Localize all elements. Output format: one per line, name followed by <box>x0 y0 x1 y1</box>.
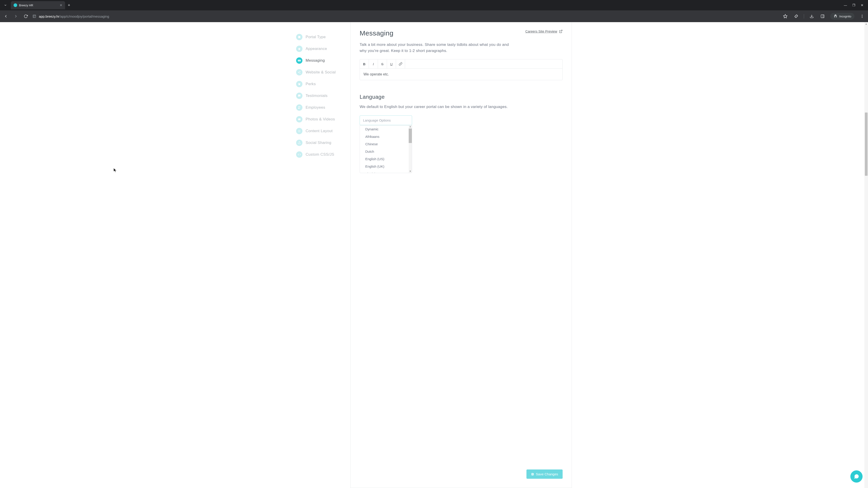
scroll-down-arrow[interactable]: ▼ <box>409 170 412 173</box>
new-tab-button[interactable]: + <box>68 3 70 8</box>
svg-point-21 <box>299 119 299 119</box>
svg-point-7 <box>862 15 863 15</box>
close-window-button[interactable]: ✕ <box>861 3 864 7</box>
main-content: Messaging Careers Site Preview Talk a bi… <box>350 22 572 488</box>
nav-bar: app.breezy.hr/app/c/moodjoy/portal/messa… <box>0 10 868 22</box>
language-option-chinese[interactable]: Chinese <box>360 140 409 148</box>
sidebar-item-perks[interactable]: Perks <box>296 78 350 90</box>
rich-text-editor: B I S U We operate etc. <box>360 59 563 80</box>
svg-point-18 <box>298 106 300 107</box>
browser-tab[interactable]: Breezy HR ✕ <box>11 1 65 9</box>
language-select-trigger[interactable]: Language Options <box>360 116 412 125</box>
svg-rect-16 <box>298 84 300 84</box>
language-option-english-uk[interactable]: English (UK) <box>360 163 409 170</box>
language-dropdown: Language Options Dynamic Afrikaans Chine… <box>360 116 412 125</box>
minimize-button[interactable]: — <box>844 3 847 7</box>
scroll-up-arrow[interactable]: ▲ <box>409 125 412 128</box>
bold-button[interactable]: B <box>360 59 369 68</box>
page-scroll-thumb[interactable] <box>865 112 868 176</box>
svg-rect-0 <box>33 15 36 18</box>
sidebar-item-label: Website & Social <box>306 70 336 74</box>
scroll-thumb[interactable] <box>409 129 412 143</box>
save-button-label: Save Changes <box>536 472 558 476</box>
sidebar-item-social-sharing[interactable]: Social Sharing <box>296 137 350 149</box>
sidebar-item-label: Content Layout <box>306 129 333 133</box>
sidebar: Portal Type Appearance Messaging Website… <box>296 22 350 488</box>
portal-type-icon <box>296 34 303 40</box>
language-description: We default to English but your career po… <box>360 104 513 110</box>
reload-button[interactable] <box>23 13 29 20</box>
sidebar-item-messaging[interactable]: Messaging <box>296 55 350 66</box>
svg-point-8 <box>862 16 863 17</box>
language-option-english-us[interactable]: English (US) <box>360 155 409 163</box>
svg-line-15 <box>299 72 300 72</box>
sidebar-item-employees[interactable]: Employees <box>296 102 350 113</box>
site-settings-icon[interactable] <box>33 14 36 18</box>
custom-css-js-icon <box>296 151 303 158</box>
page-scrollbar[interactable]: ▲ <box>864 22 868 488</box>
window-controls: — ❐ ✕ <box>844 3 866 7</box>
social-sharing-icon <box>296 140 303 146</box>
underline-button[interactable]: U <box>387 59 396 68</box>
tab-search-dropdown[interactable] <box>2 2 9 9</box>
tab-bar: Breezy HR ✕ + — ❐ ✕ <box>0 0 868 10</box>
downloads-button[interactable] <box>809 13 815 20</box>
side-panel-button[interactable] <box>819 13 826 20</box>
url-bar[interactable]: app.breezy.hr/app/c/moodjoy/portal/messa… <box>33 14 778 18</box>
incognito-badge[interactable]: Incognito <box>830 13 855 20</box>
editor-textarea[interactable]: We operate etc. <box>360 69 562 80</box>
svg-rect-10 <box>298 36 300 38</box>
favicon <box>13 3 17 7</box>
language-title: Language <box>360 94 563 100</box>
sidebar-item-label: Appearance <box>306 46 327 51</box>
svg-marker-3 <box>783 14 787 18</box>
sidebar-item-label: Photos & Videos <box>306 117 335 122</box>
svg-point-9 <box>862 17 863 18</box>
dropdown-scrollbar[interactable]: ▲ ▼ <box>409 125 412 173</box>
incognito-label: Incognito <box>839 15 851 18</box>
sidebar-item-content-layout[interactable]: Content Layout <box>296 125 350 137</box>
extensions-button[interactable] <box>793 13 799 20</box>
back-button[interactable] <box>3 13 9 20</box>
svg-line-26 <box>561 30 562 32</box>
sidebar-item-testimonials[interactable]: Testimonials <box>296 90 350 102</box>
maximize-button[interactable]: ❐ <box>852 3 855 7</box>
sidebar-item-label: Custom CSS/JS <box>306 152 334 157</box>
language-option-dynamic[interactable]: Dynamic <box>360 125 409 133</box>
employees-icon <box>296 104 303 111</box>
careers-preview-link[interactable]: Careers Site Preview <box>525 29 563 33</box>
svg-rect-20 <box>298 119 301 120</box>
link-button[interactable] <box>396 59 405 68</box>
sidebar-item-label: Portal Type <box>306 35 326 39</box>
menu-button[interactable] <box>859 13 865 20</box>
sidebar-item-portal-type[interactable]: Portal Type <box>296 31 350 43</box>
sidebar-item-label: Perks <box>306 82 316 86</box>
language-option-finnish[interactable]: Finnish <box>360 170 409 173</box>
sidebar-item-website-social[interactable]: Website & Social <box>296 66 350 78</box>
sidebar-item-custom-css-js[interactable]: Custom CSS/JS <box>296 149 350 160</box>
sidebar-item-label: Social Sharing <box>306 140 331 145</box>
testimonials-icon <box>296 93 303 99</box>
language-option-afrikaans[interactable]: Afrikaans <box>360 133 409 140</box>
language-option-dutch[interactable]: Dutch <box>360 148 409 155</box>
website-social-icon <box>296 69 303 75</box>
forward-button[interactable] <box>13 13 19 20</box>
svg-point-11 <box>300 71 301 72</box>
page-scroll-up[interactable]: ▲ <box>864 22 868 26</box>
link-icon <box>399 62 402 66</box>
bookmark-button[interactable] <box>782 13 788 20</box>
save-icon <box>531 473 534 476</box>
editor-toolbar: B I S U <box>360 59 562 69</box>
sidebar-item-photos-videos[interactable]: Photos & Videos <box>296 113 350 125</box>
messaging-icon <box>296 57 303 64</box>
tab-close-button[interactable]: ✕ <box>60 3 62 7</box>
incognito-icon <box>833 14 837 18</box>
italic-button[interactable]: I <box>369 59 378 68</box>
sidebar-item-appearance[interactable]: Appearance <box>296 43 350 55</box>
chat-widget-button[interactable] <box>850 470 863 483</box>
chat-icon <box>854 474 860 480</box>
tab-title: Breezy HR <box>19 4 58 7</box>
external-link-icon <box>559 30 563 33</box>
save-changes-button[interactable]: Save Changes <box>526 469 563 479</box>
strikethrough-button[interactable]: S <box>378 59 387 68</box>
